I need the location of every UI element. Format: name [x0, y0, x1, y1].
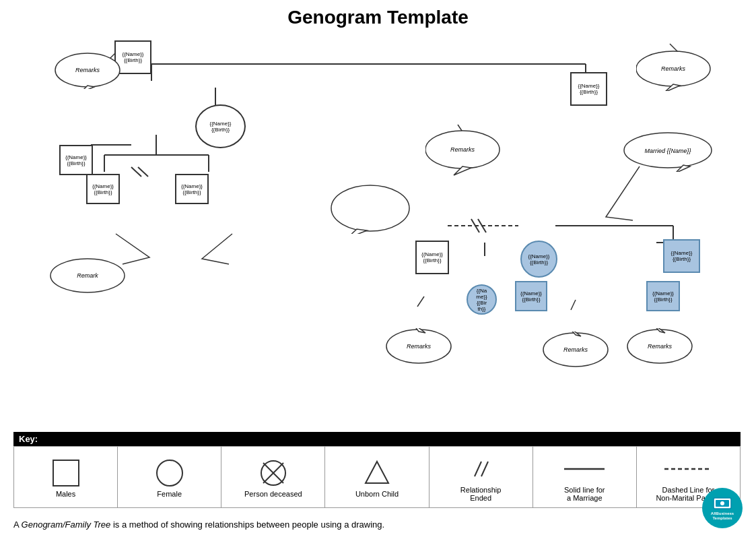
key-cell-deceased: Person deceased	[221, 447, 325, 508]
svg-text:Remarks: Remarks	[75, 67, 100, 73]
svg-text:Remarks: Remarks	[450, 146, 475, 153]
footer: A Genogram/Family Tree is a method of sh…	[13, 520, 384, 530]
remarks-bubble-bottom-right: Remarks	[626, 328, 693, 365]
key-label-deceased: Person deceased	[227, 490, 319, 498]
arrow-gen3-right	[192, 230, 246, 271]
key-label-solid-line: Solid line fora Marriage	[539, 486, 631, 502]
key-label-relationship-ended: RelationshipEnded	[435, 486, 527, 502]
svg-marker-43	[347, 229, 367, 234]
key-symbol-deceased	[227, 456, 319, 490]
allbusiness-logo: AllBusinessTemplates	[702, 488, 743, 528]
svg-marker-56	[366, 462, 388, 483]
svg-text:Married {{Name}}: Married {{Name}}	[644, 148, 691, 154]
svg-line-58	[481, 462, 488, 476]
child-male-blue: {{Name}}{{Birth}}	[515, 281, 547, 311]
key-symbol-female	[123, 456, 215, 490]
key-cell-solid-line: Solid line fora Marriage	[532, 447, 636, 508]
child-female-blue: {{Name}}{{Birth}}	[467, 284, 497, 315]
key-table: Males Female Person deceased	[13, 446, 741, 508]
arrow-gen3-left	[109, 230, 163, 271]
key-label-male: Males	[20, 490, 112, 498]
svg-point-42	[331, 185, 409, 231]
page-title: Genogram Template	[0, 0, 756, 32]
key-symbol-unborn	[331, 456, 423, 490]
key-cell-male: Males	[14, 447, 118, 508]
right-male-blue-1: {{Name}}{{Birth}}	[663, 239, 700, 273]
center-female-blue: {{Name}}{{Birth}}	[520, 241, 557, 278]
svg-text:Remark: Remark	[77, 272, 98, 279]
gen2-male-left: {{Name}}{{Birth}}	[59, 145, 93, 175]
svg-line-10	[471, 219, 479, 232]
remarks-bubble-top-right: Remarks	[636, 51, 714, 91]
key-symbol-solid-line	[539, 452, 631, 486]
svg-point-63	[720, 501, 724, 505]
remarks-bubble-center: Remarks	[425, 129, 503, 177]
right-male-blue-2: {{Name}}{{Birth}}	[646, 281, 680, 311]
footer-italic: Genogram/Family Tree	[22, 520, 111, 530]
key-cell-female: Female	[118, 447, 221, 508]
key-symbol-male	[20, 456, 112, 490]
key-circle-icon	[156, 460, 183, 486]
svg-text:Remarks: Remarks	[563, 346, 588, 353]
center-left-oval	[330, 183, 411, 234]
center-male: {{Name}}{{Birth}}	[415, 241, 449, 274]
svg-text:Remarks: Remarks	[407, 343, 432, 350]
key-section: Key: Males Female	[13, 432, 741, 508]
svg-text:Remarks: Remarks	[648, 343, 673, 350]
arrow-center-right	[592, 163, 646, 230]
top-right-male: {{Name}}{{Birth}}	[570, 72, 607, 106]
footer-text: A Genogram/Family Tree is a method of sh…	[13, 520, 384, 530]
key-symbol-relationship-ended	[435, 452, 527, 486]
svg-line-7	[131, 167, 141, 177]
key-cell-relationship-ended: RelationshipEnded	[429, 447, 532, 508]
key-label-unborn: Unborn Child	[331, 490, 423, 498]
key-header: Key:	[13, 432, 741, 446]
key-square-icon	[53, 460, 79, 486]
svg-line-8	[138, 167, 148, 177]
remarks-bubble-bottom-center: Remarks	[542, 332, 609, 369]
gen3-male-1: {{Name}}{{Birth}}	[86, 174, 120, 204]
logo-text: AllBusinessTemplates	[711, 511, 734, 521]
svg-line-57	[475, 462, 481, 476]
key-label-female: Female	[123, 490, 215, 498]
svg-text:Remarks: Remarks	[661, 65, 686, 72]
gen3-male-2: {{Name}}{{Birth}}	[175, 174, 209, 204]
gen2-female-left: {{Name}}{{Birth}}	[195, 104, 246, 148]
remarks-bubble-top-left: Remarks	[54, 52, 121, 89]
genogram-area: Genogram Template	[0, 0, 756, 377]
key-symbol-dashed-line	[642, 452, 734, 486]
key-cell-unborn: Unborn Child	[325, 447, 429, 508]
svg-line-25	[417, 296, 424, 307]
svg-line-26	[571, 300, 576, 310]
svg-line-11	[478, 219, 486, 232]
remarks-bubble-bottom-left: Remarks	[385, 328, 452, 365]
